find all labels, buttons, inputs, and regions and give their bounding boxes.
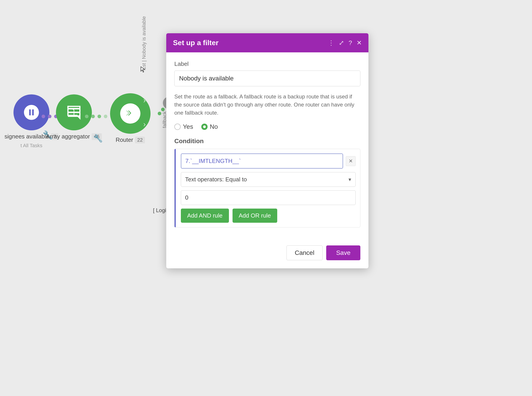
value-input-row — [181, 190, 356, 205]
operator-dropdown[interactable]: Text operators: Equal to — [181, 172, 356, 187]
operator-dropdown-container: Text operators: Equal to ▼ — [181, 172, 356, 187]
add-or-rule-button[interactable]: Add OR rule — [232, 209, 277, 223]
modal-body: Label Set the route as a fallback. A fal… — [166, 52, 369, 241]
modal-header-icons: ⋮ ⤢ ? ✕ — [328, 39, 362, 47]
more-options-icon[interactable]: ⋮ — [328, 39, 334, 47]
rule-buttons: Add AND rule Add OR rule — [181, 209, 356, 223]
radio-yes-label: Yes — [183, 123, 193, 130]
add-and-rule-button[interactable]: Add AND rule — [181, 209, 229, 223]
expand-icon[interactable]: ⤢ — [339, 39, 344, 47]
condition-input-row: ✕ — [181, 153, 356, 169]
condition-close-button[interactable]: ✕ — [346, 156, 356, 166]
condition-value-field[interactable] — [181, 190, 356, 205]
radio-no[interactable]: No — [201, 123, 218, 130]
modal-overlay: Set up a filter ⋮ ⤢ ? ✕ Label Set the ro… — [0, 0, 532, 396]
label-field-label: Label — [174, 60, 360, 67]
modal-title: Set up a filter — [173, 39, 219, 47]
cancel-button[interactable]: Cancel — [286, 245, 323, 260]
label-input[interactable] — [174, 70, 360, 86]
filter-modal: Set up a filter ⋮ ⤢ ? ✕ Label Set the ro… — [166, 33, 369, 268]
condition-left-border — [174, 149, 176, 227]
radio-no-label: No — [210, 123, 218, 130]
condition-section-label: Condition — [174, 138, 360, 145]
fallback-helper-text: Set the route as a fallback. A fallback … — [174, 93, 360, 117]
fallback-radio-group: Yes No — [174, 123, 360, 130]
modal-header: Set up a filter ⋮ ⤢ ? ✕ — [166, 33, 369, 52]
radio-yes[interactable]: Yes — [174, 123, 193, 130]
close-icon[interactable]: ✕ — [357, 39, 362, 47]
radio-no-circle — [201, 124, 208, 130]
help-icon[interactable]: ? — [348, 39, 352, 47]
modal-footer: Cancel Save — [166, 241, 369, 268]
condition-value-input[interactable] — [181, 153, 343, 169]
save-button[interactable]: Save — [326, 245, 360, 260]
operator-value: Text operators: Equal to — [185, 176, 247, 183]
operator-dropdown-row: Text operators: Equal to ▼ — [181, 172, 356, 187]
radio-yes-circle — [174, 124, 181, 130]
condition-wrapper: ✕ Text operators: Equal to ▼ — [174, 149, 360, 227]
